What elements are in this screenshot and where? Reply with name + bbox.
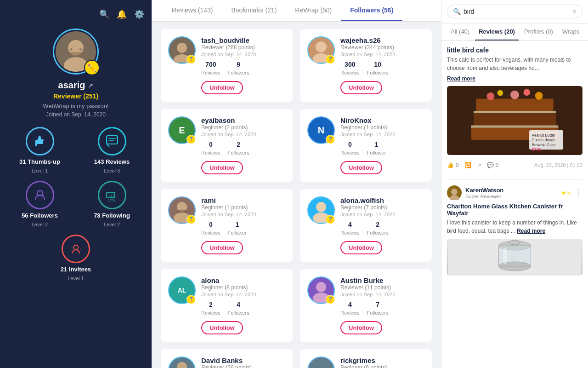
svg-point-52 (509, 240, 520, 245)
user-stat-reviews: 0 Reviews (201, 141, 220, 156)
search-icon: 🔍 (453, 8, 461, 15)
user-card: 🏅 alona.wolfish Beginner (7 points) Join… (300, 189, 432, 262)
svg-point-3 (70, 48, 73, 51)
user-card-name: eyalbason (201, 116, 285, 124)
user-card-stats: 700 Reviews 9 Followers (201, 61, 285, 76)
user-card: 🏅 Austin Burke Reviewer (11 points) Join… (300, 269, 432, 342)
user-card-name: rickgrimes (340, 356, 424, 364)
svg-point-36 (486, 92, 494, 100)
svg-rect-6 (107, 136, 118, 144)
tab-rewrap[interactable]: ReWrap (50) (286, 0, 341, 21)
result-actions: 👍 0 🔁 ↗ 💬 0 Aug. 23, 2020 | 01:23 (447, 158, 582, 172)
svg-point-15 (74, 245, 78, 250)
search-tab-all[interactable]: All (40) (447, 23, 473, 40)
svg-rect-5 (68, 52, 83, 55)
svg-rect-23 (177, 210, 187, 213)
user-card-joined: Joined on Sep. 14, 2020 (340, 132, 424, 137)
search-tab-profiles[interactable]: Profiles (0) (520, 23, 557, 40)
review-card-header: KarenWatson Super Reviewer ★ 5 ⋮ (447, 185, 582, 200)
user-badge: 🏅 (187, 135, 196, 144)
review-more-button[interactable]: ⋮ (574, 188, 582, 198)
review-product-desc: I love this canister to keep a number of… (447, 218, 582, 235)
unfollow-button[interactable]: Unfollow (340, 81, 382, 94)
svg-point-19 (316, 41, 327, 52)
user-card: RI 🏅 rickgrimes Beginner (6 points) Join… (300, 349, 432, 368)
stat-invitees[interactable]: 21 Invitees Level 1 (61, 235, 91, 281)
user-stat-reviews: 300 Reviews (340, 61, 360, 76)
stats-grid: 31 Thumbs-up Level 1 143 Reviews Level 3… (7, 127, 144, 227)
user-card-role: Reviewer (768 points) (201, 44, 285, 51)
user-list: 🏅 tash_boudville Reviewer (768 points) J… (152, 22, 441, 368)
unfollow-button[interactable]: Unfollow (340, 321, 382, 334)
user-card: E 🏅 eyalbason Beginner (2 points) Joined… (161, 109, 293, 182)
user-stat-followers: 1 Follower (367, 141, 386, 156)
user-card-name: tash_boudville (201, 36, 285, 44)
share-button[interactable]: ↗ (477, 162, 481, 168)
user-card-info: Austin Burke Reviewer (11 points) Joined… (340, 276, 424, 334)
review-stars: ★ 5 (561, 190, 571, 196)
svg-point-26 (316, 282, 326, 292)
search-tab-reviews[interactable]: Reviews (20) (475, 23, 519, 40)
repost-button[interactable]: 🔁 (464, 162, 471, 168)
read-more-link[interactable]: Read more (517, 228, 545, 234)
svg-text:LOW: LOW (108, 199, 115, 202)
user-stat-followers: 9 Followers (228, 61, 249, 76)
read-more-link[interactable]: Read more (447, 75, 475, 82)
search-input-wrap: 🔍 × (447, 5, 582, 18)
svg-text:$7.50: $7.50 (531, 147, 541, 152)
svg-point-38 (510, 91, 519, 99)
svg-point-40 (535, 92, 543, 100)
user-card-name: David Banks (201, 356, 285, 364)
followers-level: Level 2 (32, 222, 48, 227)
user-badge: 🏅 (326, 55, 335, 64)
tab-followers[interactable]: Followers (56) (341, 0, 402, 21)
unfollow-button[interactable]: Unfollow (201, 81, 243, 94)
tab-reviews[interactable]: Reviews (143) (163, 0, 222, 21)
user-stat-reviews: 4 Reviews (340, 221, 360, 236)
user-badge: 🏅 (326, 215, 335, 224)
stat-thumbs[interactable]: 31 Thumbs-up Level 1 (7, 127, 72, 173)
user-card: 🏅 wajeeha.s26 Reviewer (344 points) Join… (300, 29, 432, 102)
tab-bookmarks[interactable]: Bookmarks (21) (222, 0, 286, 21)
user-grid: 🏅 tash_boudville Reviewer (768 points) J… (161, 29, 432, 368)
review-card: KarenWatson Super Reviewer ★ 5 ⋮ Charlto… (447, 179, 582, 276)
stat-following[interactable]: FOLLOW 78 Following Level 2 (79, 181, 144, 227)
stat-reviews[interactable]: 143 Reviews Level 3 (79, 127, 144, 173)
stat-followers[interactable]: 56 Followers Level 2 (7, 181, 72, 227)
search-input[interactable] (464, 8, 570, 15)
comment-button[interactable]: 💬 0 (487, 162, 499, 168)
search-tabs: All (40) Reviews (20) Profiles (0) Wraps (441, 23, 588, 41)
user-joined: Joined on Sep. 14, 2020 (46, 111, 106, 118)
user-card-role: Beginner (1 points) (340, 124, 424, 131)
tabs-bar: Reviews (143) Bookmarks (21) ReWrap (50)… (152, 0, 441, 22)
close-icon[interactable]: × (572, 7, 577, 16)
bell-icon[interactable]: 🔔 (117, 9, 127, 19)
user-stat-followers: 2 Followers (367, 221, 389, 236)
user-stat-followers: 1 Follower (228, 221, 247, 236)
unfollow-button[interactable]: Unfollow (340, 241, 382, 254)
sidebar: 🔍 🔔 ⚙️ ✏️ asarig ↗ Reviewer (251) WebW (0, 0, 152, 368)
user-card-role: Beginner (1 points) (201, 204, 285, 211)
unfollow-button[interactable]: Unfollow (201, 321, 243, 334)
avatar: N 🏅 (307, 116, 335, 144)
search-icon[interactable]: 🔍 (99, 9, 109, 19)
share-icon[interactable]: ↗ (88, 82, 93, 89)
user-card-role: Beginner (7 points) (340, 204, 424, 211)
user-role: Reviewer (251) (53, 92, 98, 100)
user-card-joined: Joined on Sep. 14, 2020 (201, 132, 285, 137)
unfollow-button[interactable]: Unfollow (201, 161, 243, 174)
reviews-level: Level 3 (104, 168, 120, 173)
gear-icon[interactable]: ⚙️ (134, 9, 144, 19)
invitees-label: 21 Invitees (61, 266, 91, 273)
user-card-joined: Joined on Sep. 14, 2020 (201, 292, 285, 297)
user-stat-followers: 2 Followers (228, 141, 249, 156)
user-card: AL 🏅 alona Beginner (8 points) Joined on… (161, 269, 293, 342)
user-stat-followers: 4 Followers (228, 301, 249, 316)
star-icon: ★ (561, 190, 566, 196)
unfollow-button[interactable]: Unfollow (340, 161, 382, 174)
svg-rect-34 (471, 126, 559, 128)
search-tab-wraps[interactable]: Wraps (559, 23, 583, 40)
unfollow-button[interactable]: Unfollow (201, 241, 243, 254)
invitees-level: Level 1 (68, 276, 84, 281)
like-button[interactable]: 👍 0 (447, 162, 459, 168)
